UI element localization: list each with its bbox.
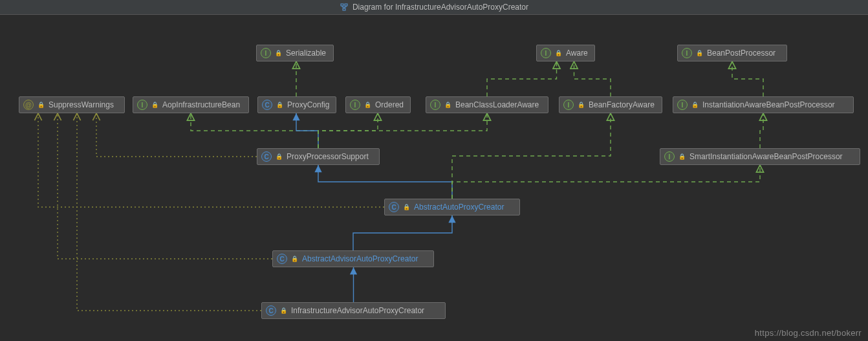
edge [58, 113, 272, 259]
class-abs-icon: C [277, 254, 287, 264]
node-Serializable[interactable]: I🔒Serializable [256, 45, 334, 61]
lock-icon: 🔒 [38, 102, 45, 108]
lock-icon: 🔒 [578, 102, 585, 108]
interface-icon: I [350, 100, 360, 110]
svg-rect-2 [343, 8, 345, 10]
annotation-icon: @ [23, 100, 34, 110]
lock-icon: 🔒 [444, 102, 451, 108]
node-label: Ordered [375, 100, 404, 109]
lock-icon: 🔒 [678, 153, 686, 160]
interface-icon: I [682, 48, 692, 58]
class-abs-icon: C [389, 202, 399, 212]
lock-icon: 🔒 [364, 102, 371, 108]
node-label: ProxyProcessorSupport [287, 152, 369, 161]
node-label: InstantiationAwareBeanPostProcessor [702, 100, 835, 109]
edge [487, 61, 557, 96]
node-SuppressWarnings[interactable]: @🔒SuppressWarnings [19, 96, 125, 113]
edge [574, 61, 611, 96]
node-AbstractAdvisorAutoProxyCreator[interactable]: C🔒AbstractAdvisorAutoProxyCreator [272, 250, 434, 267]
node-SmartInstantiationAwareBeanPostProcessor[interactable]: I🔒SmartInstantiationAwareBeanPostProcess… [660, 148, 860, 165]
interface-icon: I [261, 48, 271, 58]
lock-icon: 🔒 [696, 50, 703, 56]
node-AbstractAutoProxyCreator[interactable]: C🔒AbstractAutoProxyCreator [384, 199, 520, 215]
interface-icon: I [563, 100, 574, 110]
edge [732, 61, 763, 96]
node-ProxyProcessorSupport[interactable]: C🔒ProxyProcessorSupport [257, 148, 380, 165]
edge [318, 113, 487, 148]
diagram-canvas[interactable]: I🔒SerializableI🔒AwareI🔒BeanPostProcessor… [0, 15, 868, 341]
lock-icon: 🔒 [555, 50, 562, 56]
class-icon: C [266, 305, 276, 316]
node-InstantiationAwareBeanPostProcessor[interactable]: I🔒InstantiationAwareBeanPostProcessor [673, 96, 854, 113]
svg-rect-0 [341, 4, 343, 6]
lock-icon: 🔒 [691, 102, 699, 108]
class-icon: C [261, 151, 272, 162]
node-label: SuppressWarnings [49, 100, 114, 109]
node-Aware[interactable]: I🔒Aware [536, 45, 595, 61]
node-label: AbstractAutoProxyCreator [414, 203, 504, 212]
edge [77, 113, 261, 311]
interface-icon: I [541, 48, 551, 58]
node-label: BeanPostProcessor [707, 49, 776, 58]
node-label: Aware [566, 49, 588, 58]
edge [318, 165, 452, 199]
lock-icon: 🔒 [151, 102, 158, 108]
edge [452, 113, 611, 199]
interface-icon: I [677, 100, 688, 110]
edge [191, 113, 318, 148]
node-BeanClassLoaderAware[interactable]: I🔒BeanClassLoaderAware [426, 96, 548, 113]
node-AopInfrastructureBean[interactable]: I🔒AopInfrastructureBean [133, 96, 249, 113]
node-label: AopInfrastructureBean [162, 100, 240, 109]
lock-icon: 🔒 [276, 153, 283, 160]
watermark: https://blog.csdn.net/bokerr [755, 328, 862, 338]
edge [452, 165, 760, 199]
lock-icon: 🔒 [291, 256, 298, 262]
node-BeanFactoryAware[interactable]: I🔒BeanFactoryAware [559, 96, 662, 113]
node-label: ProxyConfig [287, 100, 329, 109]
node-ProxyConfig[interactable]: C🔒ProxyConfig [257, 96, 336, 113]
node-label: BeanClassLoaderAware [455, 100, 539, 109]
edges-layer [0, 15, 868, 341]
diagram-icon [340, 3, 349, 12]
title-text: Diagram for InfrastructureAdvisorAutoPro… [353, 3, 528, 12]
interface-icon: I [664, 151, 675, 162]
svg-rect-1 [345, 4, 347, 6]
node-label: Serializable [286, 49, 326, 58]
edge [318, 113, 378, 148]
interface-icon: I [137, 100, 147, 110]
node-InfrastructureAdvisorAutoProxyCreator[interactable]: C🔒InfrastructureAdvisorAutoProxyCreator [261, 302, 446, 319]
edge [760, 113, 763, 148]
lock-icon: 🔒 [275, 50, 282, 56]
lock-icon: 🔒 [276, 102, 283, 108]
edge [96, 113, 257, 157]
edge [296, 113, 318, 148]
node-Ordered[interactable]: I🔒Ordered [345, 96, 411, 113]
edge [353, 215, 452, 250]
node-label: InfrastructureAdvisorAutoProxyCreator [291, 306, 424, 315]
node-label: SmartInstantiationAwareBeanPostProcessor [689, 152, 843, 161]
node-label: BeanFactoryAware [589, 100, 655, 109]
node-label: AbstractAdvisorAutoProxyCreator [302, 254, 418, 263]
node-BeanPostProcessor[interactable]: I🔒BeanPostProcessor [677, 45, 787, 61]
class-icon: C [262, 100, 272, 110]
lock-icon: 🔒 [403, 204, 410, 210]
interface-icon: I [430, 100, 440, 110]
title-bar: Diagram for InfrastructureAdvisorAutoPro… [0, 0, 868, 15]
lock-icon: 🔒 [280, 307, 287, 314]
